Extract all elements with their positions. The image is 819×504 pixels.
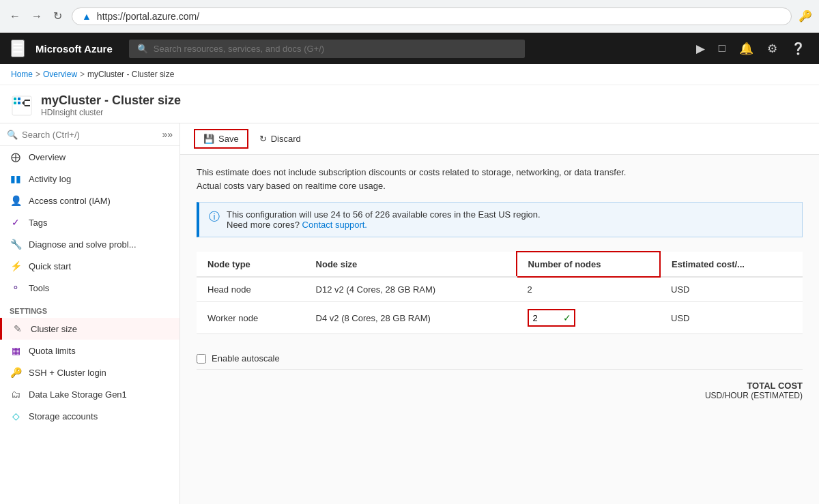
check-icon: ✓	[563, 312, 571, 323]
settings-section-header: Settings	[0, 299, 179, 318]
sidebar-item-label: Overview	[29, 152, 66, 162]
cloud-shell-icon[interactable]: □	[716, 39, 728, 58]
terminal-icon[interactable]: ▶	[693, 39, 708, 59]
notification-icon[interactable]: 🔔	[736, 39, 756, 59]
key-icon: 🔑	[799, 10, 812, 23]
settings-icon[interactable]: ⚙	[764, 39, 780, 59]
discard-icon: ↻	[259, 134, 267, 144]
svg-rect-4	[18, 102, 20, 104]
info-icon: ⓘ	[209, 210, 220, 224]
sidebar-item-storage-accounts[interactable]: ◇ Storage accounts	[0, 405, 179, 427]
save-icon: 💾	[203, 134, 214, 144]
sidebar-search-icon: 🔍	[7, 130, 18, 140]
sidebar-item-label: SSH + Cluster login	[29, 368, 106, 378]
search-icon: 🔍	[137, 44, 148, 54]
reload-button[interactable]: ↻	[51, 7, 65, 25]
page-header: myCluster - Cluster size HDInsight clust…	[0, 85, 819, 123]
url-text: https://portal.azure.com/	[97, 11, 199, 22]
sidebar-item-ssh-login[interactable]: 🔑 SSH + Cluster login	[0, 361, 179, 383]
worker-node-count-input[interactable]	[533, 313, 560, 323]
storage-icon: ◇	[10, 411, 22, 421]
nav-search-input[interactable]	[154, 44, 517, 54]
autoscale-row: Enable autoscale	[197, 348, 803, 369]
sidebar-collapse-button[interactable]: »»	[162, 129, 173, 140]
sidebar-item-quota-limits[interactable]: ▦ Quota limits	[0, 340, 179, 361]
sidebar-search[interactable]: 🔍 »»	[0, 123, 179, 146]
toolbar: 💾 Save ↻ Discard	[180, 123, 819, 155]
cluster-size-icon: ✎	[12, 323, 24, 334]
col-node-size: Node size	[305, 252, 517, 277]
breadcrumb-current: myCluster - Cluster size	[87, 70, 174, 79]
azure-brand-text: Microsoft Azure	[35, 43, 113, 55]
discard-button[interactable]: ↻ Discard	[251, 130, 309, 147]
sidebar-item-label: Storage accounts	[29, 411, 98, 421]
table-row-head-node: Head node D12 v2 (4 Cores, 28 GB RAM) 2 …	[197, 277, 803, 302]
browser-bar: ← → ↻ ▲ https://portal.azure.com/ 🔑	[0, 0, 819, 33]
worker-node-size: D4 v2 (8 Cores, 28 GB RAM)	[305, 302, 517, 334]
sidebar-item-label: Tools	[29, 283, 49, 293]
sidebar-item-tags[interactable]: ✓ Tags	[0, 211, 179, 233]
sidebar-item-label: Diagnose and solve probl...	[29, 239, 136, 250]
info-box-link-prefix: Need more cores?	[227, 220, 300, 230]
help-icon[interactable]: ❔	[788, 39, 808, 59]
head-node-count: 2	[517, 277, 660, 302]
forward-button[interactable]: →	[29, 8, 45, 25]
breadcrumb-home[interactable]: Home	[11, 70, 33, 79]
sidebar-item-overview[interactable]: ⨁ Overview	[0, 146, 179, 168]
sidebar-item-quickstart[interactable]: ⚡ Quick start	[0, 255, 179, 277]
col-estimated-cost: Estimated cost/...	[660, 252, 803, 277]
page-title: myCluster - Cluster size	[41, 93, 181, 108]
worker-node-cost: USD	[660, 302, 803, 334]
page-title-block: myCluster - Cluster size HDInsight clust…	[41, 93, 181, 117]
table-row-worker-node: Worker node D4 v2 (8 Cores, 28 GB RAM) ✓…	[197, 302, 803, 334]
sidebar-item-activity-log[interactable]: ▮▮ Activity log	[0, 168, 179, 190]
nav-icons-group: ▶ □ 🔔 ⚙ ❔	[693, 39, 808, 59]
total-cost-label: TOTAL COST	[197, 381, 803, 391]
main-layout: 🔍 »» ⨁ Overview ▮▮ Activity log 👤 Access…	[0, 123, 819, 504]
sidebar-item-diagnose[interactable]: 🔧 Diagnose and solve probl...	[0, 233, 179, 255]
azure-logo-icon: ▲	[82, 11, 91, 22]
content-area: 💾 Save ↻ Discard This estimate does not …	[180, 123, 819, 504]
cluster-icon	[11, 95, 33, 117]
sidebar-item-access-control[interactable]: 👤 Access control (IAM)	[0, 190, 179, 211]
sidebar-search-input[interactable]	[22, 130, 158, 140]
head-node-type: Head node	[197, 277, 305, 302]
sidebar-item-label: Tags	[29, 218, 47, 228]
sidebar-item-label: Quota limits	[29, 346, 76, 356]
info-box: ⓘ This configuration will use 24 to 56 o…	[197, 202, 803, 237]
sidebar-item-label: Data Lake Storage Gen1	[29, 389, 127, 400]
sidebar-item-label: Quick start	[29, 261, 71, 271]
svg-rect-1	[14, 98, 16, 100]
tools-icon: ⚬	[10, 282, 22, 293]
save-button[interactable]: 💾 Save	[194, 129, 248, 149]
tags-icon: ✓	[10, 217, 22, 228]
back-button[interactable]: ←	[7, 8, 23, 25]
sidebar-item-label: Cluster size	[31, 324, 77, 334]
quickstart-icon: ⚡	[10, 261, 22, 271]
nav-search-bar[interactable]: 🔍	[129, 40, 525, 58]
sidebar-item-cluster-size[interactable]: ✎ Cluster size	[0, 318, 179, 340]
breadcrumb-overview[interactable]: Overview	[43, 70, 77, 79]
breadcrumb-sep-1: >	[35, 70, 40, 79]
hamburger-menu[interactable]: ☰	[11, 40, 25, 57]
activity-log-icon: ▮▮	[10, 173, 22, 184]
autoscale-label[interactable]: Enable autoscale	[212, 353, 280, 364]
sidebar-item-tools[interactable]: ⚬ Tools	[0, 277, 179, 299]
total-cost-sublabel: USD/HOUR (ESTIMATED)	[197, 391, 803, 400]
info-box-content: This configuration will use 24 to 56 of …	[227, 209, 541, 230]
breadcrumb-sep-2: >	[80, 70, 85, 79]
col-num-nodes: Number of nodes	[517, 252, 660, 277]
breadcrumb: Home > Overview > myCluster - Cluster si…	[0, 64, 819, 85]
contact-support-link[interactable]: Contact support.	[302, 220, 367, 230]
worker-node-input-box: ✓	[528, 309, 575, 327]
access-control-icon: 👤	[10, 195, 22, 206]
sidebar-item-data-lake[interactable]: 🗂 Data Lake Storage Gen1	[0, 383, 179, 405]
head-node-cost: USD	[660, 277, 803, 302]
sidebar-item-label: Access control (IAM)	[29, 196, 111, 206]
svg-rect-3	[18, 98, 20, 100]
address-bar[interactable]: ▲ https://portal.azure.com/	[72, 8, 792, 25]
autoscale-checkbox[interactable]	[197, 354, 206, 364]
save-label: Save	[218, 134, 239, 144]
total-cost: TOTAL COST USD/HOUR (ESTIMATED)	[197, 369, 803, 411]
sidebar-item-label: Activity log	[29, 174, 71, 184]
